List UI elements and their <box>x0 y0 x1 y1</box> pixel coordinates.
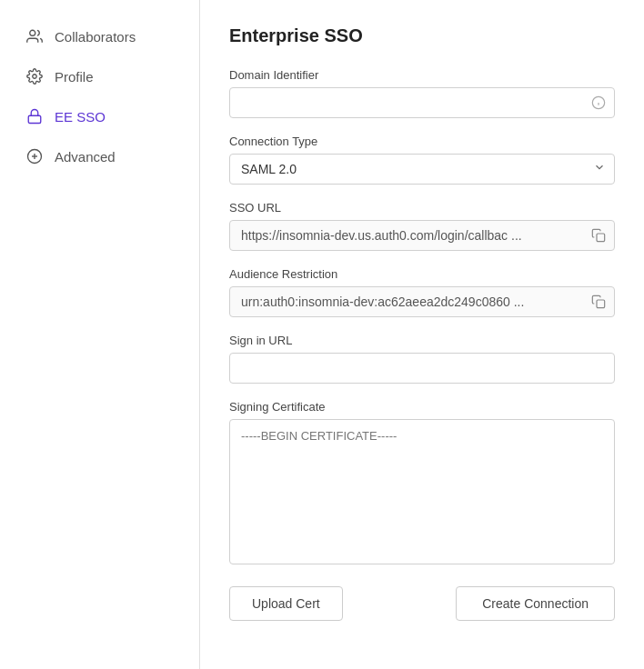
sidebar: Collaborators Profile EE SSO Adv <box>0 0 200 669</box>
signing-certificate-group: Signing Certificate <box>229 400 615 568</box>
sso-url-label: SSO URL <box>229 201 615 215</box>
signing-certificate-label: Signing Certificate <box>229 400 615 414</box>
sidebar-item-advanced[interactable]: Advanced <box>7 138 192 175</box>
sso-url-input <box>229 220 615 251</box>
profile-icon <box>25 67 44 85</box>
button-row: Upload Cert Create Connection <box>229 586 615 621</box>
collaborators-icon <box>25 27 44 45</box>
audience-restriction-label: Audience Restriction <box>229 267 615 281</box>
audience-restriction-group: Audience Restriction <box>229 267 615 317</box>
svg-point-0 <box>30 30 35 35</box>
sso-url-copy-button[interactable] <box>589 226 608 245</box>
page-title: Enterprise SSO <box>229 25 615 46</box>
upload-cert-button[interactable]: Upload Cert <box>229 586 343 621</box>
audience-restriction-input <box>229 286 615 317</box>
audience-restriction-copy-button[interactable] <box>589 293 608 311</box>
sidebar-item-profile-label: Profile <box>55 69 94 85</box>
domain-identifier-group: Domain Identifier <box>229 68 615 118</box>
connection-type-label: Connection Type <box>229 135 615 148</box>
svg-rect-2 <box>28 115 41 123</box>
lock-icon <box>25 107 44 125</box>
signing-certificate-textarea[interactable] <box>229 419 615 564</box>
sign-in-url-label: Sign in URL <box>229 334 615 347</box>
sidebar-item-collaborators[interactable]: Collaborators <box>7 18 192 55</box>
main-content: Enterprise SSO Domain Identifier Connect… <box>200 0 644 669</box>
domain-identifier-input[interactable] <box>229 87 615 118</box>
svg-rect-9 <box>597 234 605 242</box>
sign-in-url-group: Sign in URL <box>229 334 615 384</box>
sidebar-item-profile[interactable]: Profile <box>7 58 192 95</box>
svg-rect-10 <box>597 300 605 308</box>
connection-type-group: Connection Type SAML 2.0 <box>229 135 615 185</box>
sign-in-url-wrapper <box>229 353 615 384</box>
audience-restriction-wrapper <box>229 286 615 317</box>
sidebar-item-ee-sso-label: EE SSO <box>55 109 106 125</box>
sidebar-item-advanced-label: Advanced <box>55 149 116 165</box>
info-icon[interactable] <box>591 95 606 110</box>
domain-identifier-wrapper <box>229 87 615 118</box>
connection-type-wrapper: SAML 2.0 <box>229 154 615 185</box>
sso-url-wrapper <box>229 220 615 251</box>
sign-in-url-input[interactable] <box>229 353 615 384</box>
plus-circle-icon <box>25 147 44 165</box>
sso-url-group: SSO URL <box>229 201 615 251</box>
svg-point-1 <box>33 75 37 79</box>
sidebar-item-collaborators-label: Collaborators <box>55 29 136 45</box>
sidebar-item-ee-sso[interactable]: EE SSO <box>7 98 192 135</box>
domain-identifier-label: Domain Identifier <box>229 68 615 82</box>
connection-type-select[interactable]: SAML 2.0 <box>229 154 615 185</box>
create-connection-button[interactable]: Create Connection <box>456 586 615 621</box>
